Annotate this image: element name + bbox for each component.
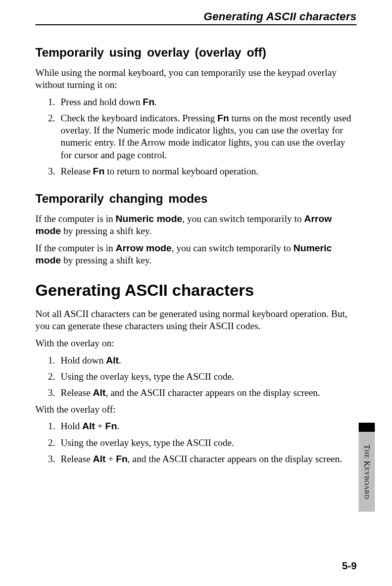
mode-arrow: Arrow mode (116, 243, 172, 253)
text: Check the keyboard indicators. Pressing (61, 113, 217, 123)
tab-label: THE KEYBOARD (362, 444, 371, 499)
changing-modes-p2: If the computer is in Arrow mode, you ca… (35, 242, 357, 266)
list-item: Hold down Alt. (58, 354, 357, 367)
list-item: Hold Alt + Fn. (58, 420, 357, 432)
header-rule (35, 24, 357, 25)
key-fn: Fn (93, 166, 105, 176)
text: Release (61, 387, 93, 398)
text: , and the ASCII character appears on the… (128, 454, 342, 464)
text: Press and hold down (61, 97, 143, 107)
ascii-on-steps: Hold down Alt. Using the overlay keys, t… (35, 354, 357, 399)
text: by pressing a shift key. (61, 226, 152, 236)
ascii-intro: Not all ASCII characters can be generate… (35, 308, 357, 332)
text: Hold down (61, 355, 106, 366)
overlay-off-steps: Press and hold down Fn. Check the keyboa… (35, 96, 357, 178)
text: . (155, 97, 157, 107)
text: K (363, 461, 371, 467)
text: , you can switch temporarily to (182, 213, 304, 224)
running-head: Generating ASCII characters (35, 10, 357, 23)
key-fn: Fn (105, 421, 117, 431)
chapter-tab: THE KEYBOARD (359, 423, 375, 512)
list-item: Release Alt + Fn, and the ASCII characte… (58, 453, 357, 465)
text: EYBOARD (363, 467, 370, 499)
text: If the computer is in (35, 243, 116, 253)
key-fn: Fn (143, 97, 155, 107)
key-alt: Alt (106, 355, 119, 366)
heading-ascii: Generating ASCII characters (35, 281, 357, 300)
page-content: Generating ASCII characters Temporarily … (0, 0, 392, 465)
heading-changing-modes: Temporarily changing modes (35, 192, 357, 206)
ascii-off-label: With the overlay off: (35, 403, 357, 416)
overlay-off-intro: While using the normal keyboard, you can… (35, 67, 357, 91)
key-alt: Alt (93, 387, 106, 398)
tab-marker (359, 423, 375, 432)
key-alt: Alt (93, 454, 106, 464)
list-item: Check the keyboard indicators. Pressing … (58, 112, 357, 161)
text: If the computer is in (35, 213, 116, 224)
ascii-off-steps: Hold Alt + Fn. Using the overlay keys, t… (35, 420, 357, 465)
text: . (117, 421, 120, 431)
key-alt: Alt (82, 421, 95, 431)
text: HE (363, 449, 370, 459)
mode-numeric: Numeric mode (116, 213, 182, 224)
list-item: Release Alt, and the ASCII character app… (58, 387, 357, 399)
tab-label-box: THE KEYBOARD (359, 432, 375, 512)
text: + (95, 421, 105, 431)
text: , and the ASCII character appears on the… (106, 387, 320, 398)
list-item: Using the overlay keys, type the ASCII c… (58, 371, 357, 383)
text: + (106, 454, 116, 464)
list-item: Using the overlay keys, type the ASCII c… (58, 437, 357, 449)
ascii-on-label: With the overlay on: (35, 337, 357, 349)
key-fn: Fn (217, 113, 229, 123)
text: Release (61, 454, 93, 464)
text: T (363, 444, 371, 449)
list-item: Press and hold down Fn. (58, 96, 357, 108)
key-fn: Fn (116, 454, 127, 464)
text: , you can switch temporarily to (172, 243, 293, 253)
heading-overlay-off: Temporarily using overlay (overlay off) (35, 46, 357, 60)
text: Hold (61, 421, 82, 431)
text: to return to normal keyboard operation. (105, 166, 258, 176)
text: Release (61, 166, 93, 176)
text: by pressing a shift key. (61, 255, 152, 265)
list-item: Release Fn to return to normal keyboard … (58, 165, 357, 177)
changing-modes-p1: If the computer is in Numeric mode, you … (35, 213, 357, 237)
text: . (119, 355, 121, 366)
page-number: 5-9 (342, 560, 357, 572)
